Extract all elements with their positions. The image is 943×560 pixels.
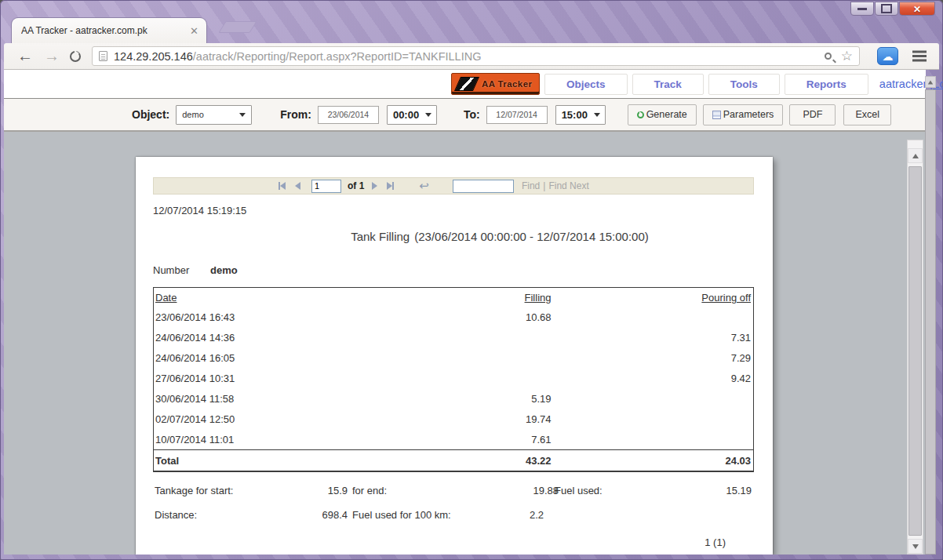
nav-item-objects[interactable]: Objects: [544, 74, 628, 95]
find-link[interactable]: Find: [522, 180, 540, 191]
bookmark-star-icon[interactable]: [841, 48, 853, 64]
browser-toolbar: ← → 124.29.205.146/aatrack/Reporting/Rep…: [4, 43, 939, 70]
cell-date: 10/07/2014 11:01: [154, 429, 501, 450]
to-time-select[interactable]: 15:00: [555, 105, 606, 125]
total-pouring: 24.03: [554, 450, 754, 472]
previous-page-icon[interactable]: [295, 182, 300, 190]
menu-icon[interactable]: [912, 55, 927, 57]
chevron-down-icon: [594, 113, 600, 117]
report-scrollbar[interactable]: [907, 140, 923, 555]
nav-item-tools[interactable]: Tools: [708, 74, 780, 95]
browser-scrollbar[interactable]: [925, 76, 936, 555]
scroll-down-icon[interactable]: [908, 539, 923, 554]
from-time-select[interactable]: 00:00: [387, 105, 437, 125]
browser-scroll-up-icon[interactable]: [925, 76, 936, 88]
find-text-input[interactable]: [453, 180, 514, 193]
cloud-extension-icon[interactable]: [877, 47, 898, 65]
back-to-parent-icon[interactable]: [419, 179, 429, 193]
page-number-input[interactable]: [311, 180, 341, 193]
cell-date: 30/06/2014 11:58: [154, 388, 501, 409]
object-number-row: Numberdemo: [153, 264, 754, 276]
browser-tab[interactable]: AA Tracker - aatracker.com.pk ✕: [11, 17, 207, 43]
column-header-filling[interactable]: Filling: [501, 288, 554, 307]
find-controls: Find|Find Next: [520, 180, 591, 191]
search-icon[interactable]: [825, 53, 832, 60]
column-header-pouring-off[interactable]: Pouring off: [554, 288, 754, 307]
distance-value: 698.4: [322, 509, 348, 521]
nav-item-reports[interactable]: Reports: [785, 74, 868, 95]
close-button[interactable]: [899, 2, 935, 16]
cell-date: 24/06/2014 14:36: [154, 327, 501, 347]
report-page: of 1 Find|Find Next 12/07/2014 15:19:15 …: [136, 157, 773, 555]
brand-logo[interactable]: AA Tracker: [451, 73, 540, 95]
site-navbar: AA Tracker Objects Track Tools Reports a…: [4, 70, 926, 99]
fuel-per-100km-label: Fuel used for 100 km:: [352, 509, 451, 521]
cell-filling: 5.19: [501, 388, 554, 409]
pdf-button[interactable]: PDF: [789, 104, 836, 125]
number-label: Number: [153, 264, 210, 276]
column-header-date[interactable]: Date: [154, 288, 501, 307]
total-label: Total: [154, 450, 501, 472]
url-text: 124.29.205.146/aatrack/Reporting/Report.…: [114, 50, 825, 63]
parameters-label: Parameters: [723, 109, 774, 120]
generate-button[interactable]: Generate: [628, 104, 697, 125]
browser-scrollbar-thumb[interactable]: [925, 89, 936, 555]
table-total-row: Total 43.22 24.03: [154, 450, 754, 472]
back-icon[interactable]: ←: [12, 47, 38, 65]
from-label: From:: [280, 108, 311, 121]
forward-icon[interactable]: →: [38, 47, 65, 65]
username: aatracker: [879, 78, 927, 90]
tab-close-icon[interactable]: ✕: [188, 25, 200, 37]
cell-pouring: [554, 307, 754, 327]
window-controls: [850, 2, 935, 16]
report-generated-timestamp: 12/07/2014 15:19:15: [153, 205, 754, 216]
cell-pouring: [554, 429, 754, 450]
scroll-up-icon[interactable]: [908, 148, 923, 163]
minimize-button[interactable]: [850, 2, 874, 16]
fuel-used-value: 15.19: [726, 485, 752, 496]
cell-filling: [501, 327, 554, 347]
distance-label: Distance:: [155, 509, 197, 521]
table-header-row: Date Filling Pouring off: [154, 288, 754, 307]
cell-date: 24/06/2014 16:05: [154, 347, 501, 368]
cell-pouring: 7.29: [554, 347, 754, 368]
table-row: 10/07/2014 11:01 7.61: [154, 429, 754, 450]
total-filling: 43.22: [501, 450, 554, 472]
table-row: 24/06/2014 14:36 7.31: [154, 327, 754, 347]
chevron-down-icon: [239, 113, 246, 117]
parameters-button[interactable]: Parameters: [703, 104, 784, 125]
report-title: Tank Filling(23/06/2014 00:00:00 - 12/07…: [153, 230, 754, 243]
url-path: /aatrack/Reporting/Report.aspx?ReportID=…: [193, 50, 482, 63]
tab-title: AA Tracker - aatracker.com.pk: [21, 25, 188, 36]
to-time-value: 15:00: [562, 109, 588, 121]
next-page-icon[interactable]: [372, 182, 377, 190]
nav-item-track[interactable]: Track: [632, 74, 704, 95]
cell-pouring: 9.42: [554, 368, 754, 388]
report-scrollbar-thumb[interactable]: [908, 166, 922, 536]
report-title-text: Tank Filling: [351, 230, 410, 243]
address-bar[interactable]: 124.29.205.146/aatrack/Reporting/Report.…: [92, 46, 860, 66]
tankage-start-value: 15.9: [328, 485, 348, 496]
refresh-icon: [637, 111, 644, 118]
object-select[interactable]: demo: [176, 105, 252, 125]
table-row: 24/06/2014 16:05 7.29: [154, 347, 754, 368]
parameters-icon: [712, 111, 721, 119]
reload-icon[interactable]: [70, 51, 81, 62]
new-tab-button[interactable]: [218, 21, 257, 33]
page-icon[interactable]: [99, 51, 107, 61]
cell-pouring: 7.31: [554, 327, 754, 347]
to-date-input[interactable]: [486, 106, 548, 124]
number-value: demo: [210, 264, 238, 276]
last-page-icon[interactable]: [387, 182, 394, 190]
maximize-icon: [881, 4, 892, 13]
chevron-down-icon: [425, 113, 431, 117]
first-page-icon[interactable]: [279, 182, 286, 190]
excel-button[interactable]: Excel: [843, 104, 891, 125]
from-date-input[interactable]: [318, 106, 379, 124]
cell-pouring: [554, 409, 754, 429]
close-icon: [913, 2, 921, 16]
cell-date: 23/06/2014 16:43: [154, 307, 501, 327]
find-next-link[interactable]: Find Next: [548, 180, 588, 191]
maximize-button[interactable]: [875, 2, 898, 16]
report-viewer-toolbar: of 1 Find|Find Next: [153, 177, 754, 195]
